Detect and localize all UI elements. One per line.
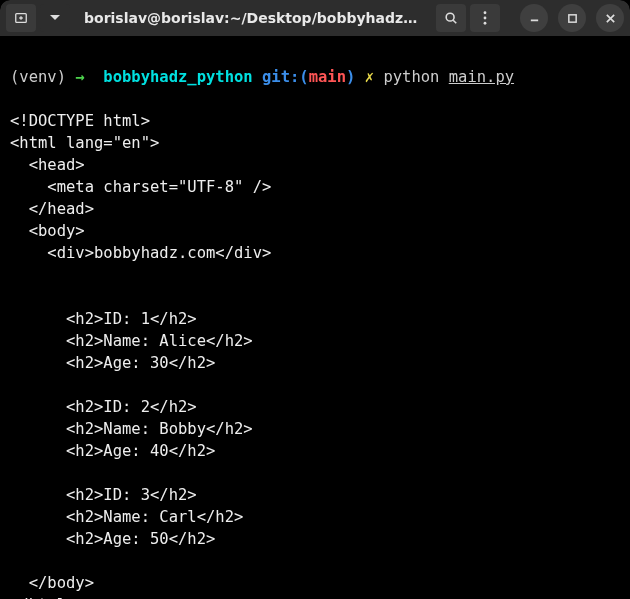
git-label: git:(: [262, 68, 309, 86]
new-tab-button[interactable]: [6, 4, 36, 32]
svg-point-5: [484, 11, 487, 14]
minimize-button[interactable]: [520, 4, 548, 32]
svg-point-7: [484, 22, 487, 25]
venv-label: (venv): [10, 68, 66, 86]
svg-rect-9: [568, 14, 575, 21]
menu-button[interactable]: [470, 4, 500, 32]
maximize-button[interactable]: [558, 4, 586, 32]
close-button[interactable]: [596, 4, 624, 32]
cwd-label: bobbyhadz_python: [103, 68, 252, 86]
git-close: ): [346, 68, 355, 86]
svg-point-3: [446, 13, 454, 21]
command-text: python: [383, 68, 439, 86]
dirty-indicator-icon: ✗: [365, 68, 374, 86]
terminal-content[interactable]: (venv) → bobbyhadz_python git:(main) ✗ p…: [0, 36, 630, 599]
window-title: borislav@borislav:~/Desktop/bobbyhadz_..…: [74, 10, 432, 26]
prompt-line-1: (venv) → bobbyhadz_python git:(main) ✗ p…: [10, 66, 620, 88]
dropdown-button[interactable]: [40, 4, 70, 32]
prompt-arrow-icon: →: [75, 68, 84, 86]
svg-line-4: [453, 20, 456, 23]
window-titlebar: borislav@borislav:~/Desktop/bobbyhadz_..…: [0, 0, 630, 36]
output-block: <!DOCTYPE html> <html lang="en"> <head> …: [10, 110, 620, 599]
svg-point-6: [484, 17, 487, 20]
search-button[interactable]: [436, 4, 466, 32]
git-branch: main: [309, 68, 346, 86]
command-file: main.py: [449, 68, 514, 86]
